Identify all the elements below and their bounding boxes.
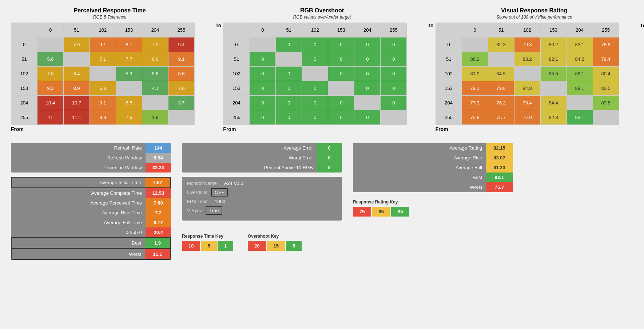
avg-fall-rating-label: Average Fall [353, 163, 486, 173]
os-key-green: 5 [286, 241, 302, 251]
avg-initial-row: Average Initial Time 7.67 [11, 177, 171, 188]
rr-key-title: Response Rating Key [353, 199, 513, 205]
avg-fall-label: Average Fall Time [11, 218, 146, 227]
os-key-section: Overshoot Key 20 15 5 [248, 234, 302, 251]
avg-complete-label: Average Complete Time [11, 188, 146, 198]
refresh-window-value: 6.94 [146, 153, 171, 163]
bottom-left-col: Refresh Rate 144 Refresh Window 6.94 Per… [11, 143, 171, 264]
best-rating-row: Best 93.1 [353, 173, 513, 182]
overdrive-value: OFF [211, 188, 228, 197]
vrr-from-label: From [436, 126, 633, 132]
avg-rating-row: Average Rating 82.15 [353, 143, 513, 153]
avg-perceived-label: Average Perceived Time [11, 198, 146, 208]
avg-complete-value: 12.53 [146, 188, 171, 198]
monitor-name-label: Monitor Name [187, 181, 217, 186]
vrr-subtitle: Score out of 100 of visible performance [436, 15, 633, 20]
prt-from-label: From [11, 126, 208, 132]
rt-key-red: 10 [182, 241, 200, 251]
avg-error-label: Average Error [182, 143, 317, 153]
best-value: 1.9 [145, 238, 170, 248]
percent-above-value: 0 [317, 163, 342, 173]
os-key-red: 20 [248, 241, 266, 251]
avg-fall-row: Average Fall Time 8.17 [11, 218, 171, 227]
rr-key-red: 75 [353, 207, 371, 217]
percent-in-window-row: Percent in Window 33.33 [11, 163, 171, 173]
prt-block: Perceived Response Time RGB 5 Tolerance … [11, 7, 208, 132]
prt-to-label: To [215, 23, 221, 28]
best-row: Best 1.9 [11, 237, 171, 249]
worst-rating-value: 75.7 [486, 182, 513, 192]
rgb-subtitle: RGB values over/under target [223, 15, 421, 20]
avg-perceived-value: 7.68 [146, 198, 171, 208]
rt-key-yellow: 5 [201, 241, 216, 251]
fps-value: 1000 [215, 199, 225, 204]
best-label: Best [12, 238, 145, 248]
zero-row: 0-255-0 20.4 [11, 227, 171, 237]
refresh-window-label: Refresh Window [11, 153, 146, 163]
rr-key-yellow: 85 [372, 207, 390, 217]
vsync-label: V-Sync [187, 208, 202, 213]
avg-error-value: 0 [317, 143, 342, 153]
rgb-from-label: From [223, 126, 421, 132]
rr-key-section: Response Rating Key 75 85 95 [353, 199, 513, 217]
rgb-to-label: To [428, 23, 434, 28]
refresh-rate-row: Refresh Rate 144 [11, 143, 171, 153]
percent-in-window-value: 33.33 [146, 163, 171, 173]
avg-rating-label: Average Rating [353, 143, 486, 153]
vsync-row: V-Sync True [187, 206, 337, 215]
worst-label: Worst [12, 249, 145, 259]
vrr-block: Visual Response Rating Score out of 100 … [436, 7, 633, 132]
worst-error-value: 0 [317, 153, 342, 163]
refresh-stats-box: Refresh Rate 144 Refresh Window 6.94 Per… [11, 143, 171, 173]
overdrive-label: Overdrive [187, 190, 207, 195]
overdrive-row: Overdrive OFF [187, 188, 337, 197]
avg-fall-rating-value: 81.23 [486, 163, 513, 173]
percent-above-label: Percent Above 10 RGB [182, 163, 317, 173]
top-row: Perceived Response Time RGB 5 Tolerance … [11, 7, 633, 132]
refresh-window-row: Refresh Window 6.94 [11, 153, 171, 163]
rr-key-green: 95 [391, 207, 409, 217]
avg-error-row: Average Error 0 [182, 143, 342, 153]
rgb-wrapper: 0511021532042550000005100000102000001530… [223, 23, 421, 125]
time-stats-box: Average Initial Time 7.67 Average Comple… [11, 177, 171, 260]
worst-row: Worst 11.1 [11, 249, 171, 260]
percent-above-row: Percent Above 10 RGB 0 [182, 163, 342, 173]
avg-initial-value: 7.67 [145, 178, 170, 187]
prt-subtitle: RGB 5 Tolerance [11, 15, 208, 20]
avg-rise-rating-label: Average Rise [353, 153, 486, 163]
avg-rise-row: Average Rise Time 7.2 [11, 208, 171, 218]
avg-complete-row: Average Complete Time 12.53 [11, 188, 171, 198]
rgb-title: RGB Overshoot [223, 7, 421, 14]
rr-key-boxes: 75 85 95 [353, 207, 513, 217]
avg-rise-value: 7.2 [146, 208, 171, 218]
prt-table: 05110215320425507.69.18.77.29.4515.67.17… [11, 23, 195, 125]
vsync-value: True [206, 206, 222, 215]
worst-error-row: Worst Error 0 [182, 153, 342, 163]
rgb-block: RGB Overshoot RGB values over/under targ… [223, 7, 421, 132]
overshoot-stats-box: Average Error 0 Worst Error 0 Percent Ab… [182, 143, 342, 173]
monitor-name-row: Monitor Name A24 V1.1 [187, 181, 337, 186]
refresh-rate-label: Refresh Rate [11, 143, 146, 153]
monitor-name-value: A24 V1.1 [224, 181, 244, 186]
prt-wrapper: 05110215320425507.69.18.77.29.4515.67.17… [11, 23, 208, 125]
avg-rating-value: 82.15 [486, 143, 513, 153]
os-key-boxes: 20 15 5 [248, 241, 302, 251]
worst-rating-row: Worst 75.7 [353, 182, 513, 192]
rt-key-green: 1 [218, 241, 233, 251]
bottom-right-col: Average Rating 82.15 Average Rise 83.07 … [353, 143, 513, 217]
rt-key-section: Response Time Key 10 5 1 [182, 234, 233, 251]
vrr-wrapper: 051102153204255082.379.380.283.178.95186… [436, 23, 633, 125]
rating-stats-box: Average Rating 82.15 Average Rise 83.07 … [353, 143, 513, 192]
avg-rise-rating-row: Average Rise 83.07 [353, 153, 513, 163]
best-rating-value: 93.1 [486, 173, 513, 182]
worst-rating-label: Worst [353, 182, 486, 192]
bottom-row: Refresh Rate 144 Refresh Window 6.94 Per… [11, 143, 633, 264]
fps-row: FPS Limit 1000 [187, 199, 337, 204]
avg-rise-label: Average Rise Time [11, 208, 146, 218]
avg-fall-value: 8.17 [146, 218, 171, 227]
rgb-table: 0511021532042550000005100000102000001530… [223, 23, 407, 125]
best-rating-label: Best [353, 173, 486, 182]
bottom-middle-col: Average Error 0 Worst Error 0 Percent Ab… [182, 143, 342, 251]
avg-fall-rating-row: Average Fall 81.23 [353, 163, 513, 173]
vrr-to-label: To [640, 23, 644, 28]
